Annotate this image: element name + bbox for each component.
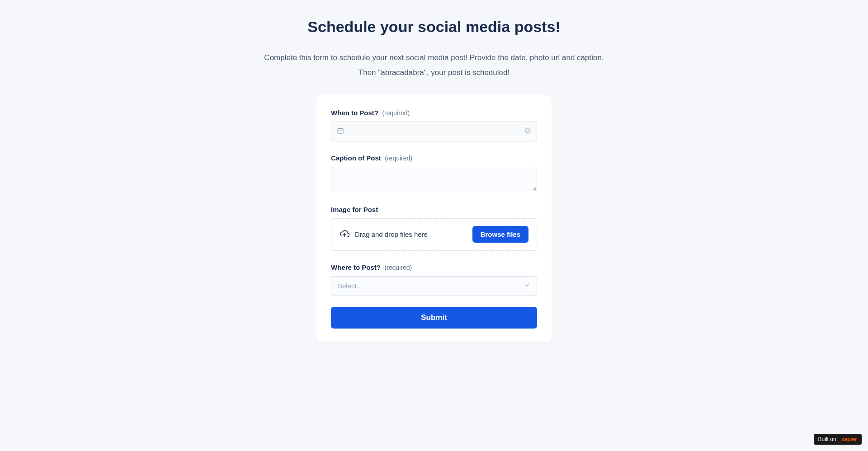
field-when-to-post: When to Post? (required) <box>331 109 537 141</box>
caption-label: Caption of Post <box>331 154 381 162</box>
calendar-icon <box>337 127 344 136</box>
caption-textarea[interactable] <box>331 167 537 191</box>
zapier-logo: _zapier <box>839 436 857 442</box>
badge-prefix: Built on <box>818 436 836 442</box>
field-where-to-post: Where to Post? (required) Select... <box>331 263 537 296</box>
drop-text: Drag and drop files here <box>355 230 428 238</box>
when-required: (required) <box>382 109 410 117</box>
svg-rect-0 <box>338 128 343 133</box>
field-caption: Caption of Post (required) <box>331 154 537 193</box>
field-image: Image for Post Drag and drop files here … <box>331 206 537 251</box>
form-card: When to Post? (required) Caption of Post… <box>316 95 552 342</box>
caption-required: (required) <box>385 155 412 162</box>
where-select[interactable]: Select... <box>331 276 537 296</box>
cloud-upload-icon <box>340 229 349 240</box>
submit-button[interactable]: Submit <box>331 307 537 329</box>
date-input-wrapper[interactable] <box>331 122 537 141</box>
where-required: (required) <box>384 264 412 271</box>
description-line-2: Then "abracadabra", your post is schedul… <box>231 68 637 77</box>
image-label: Image for Post <box>331 206 378 213</box>
browse-files-button[interactable]: Browse files <box>472 226 528 243</box>
file-drop-zone[interactable]: Drag and drop files here Browse files <box>331 218 537 251</box>
page-title: Schedule your social media posts! <box>231 18 637 36</box>
when-label: When to Post? <box>331 109 378 117</box>
date-input[interactable] <box>344 127 524 135</box>
file-drop-left: Drag and drop files here <box>340 229 428 240</box>
select-placeholder: Select... <box>338 282 524 290</box>
chevron-down-icon <box>524 282 530 290</box>
clear-icon[interactable] <box>524 127 531 136</box>
where-label: Where to Post? <box>331 263 381 271</box>
built-on-badge[interactable]: Built on _zapier <box>814 434 862 445</box>
description-line-1: Complete this form to schedule your next… <box>231 52 637 64</box>
